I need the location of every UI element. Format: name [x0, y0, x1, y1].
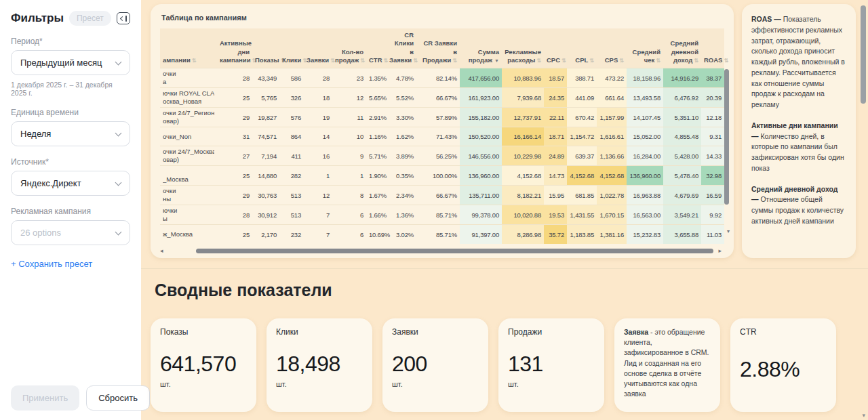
metric-label: Показы	[160, 327, 247, 337]
column-header-label: CR Клики в Заявки	[389, 31, 414, 64]
filters-sidebar: Фильтры Пресет Период* Предыдущий месяц …	[0, 0, 141, 420]
apply-button[interactable]: Применить	[11, 385, 79, 411]
page-scroll-down-icon[interactable]: ▾	[862, 412, 865, 419]
scroll-left-icon[interactable]: ◂	[160, 248, 163, 254]
table-cell: 29	[217, 186, 252, 205]
table-cell: 5,765	[252, 88, 279, 108]
metric-value: 18,498	[276, 352, 363, 377]
table-cell: 25	[217, 166, 252, 186]
column-header-label: ROAS	[704, 56, 722, 64]
table-cell: 411	[279, 146, 304, 166]
chevron-left-icon	[120, 16, 125, 20]
metric-label: Продажи	[508, 327, 595, 337]
column-header-label: Показы	[255, 56, 279, 64]
table-cell: 10,229.98	[502, 146, 544, 166]
source-select[interactable]: Яндекс.Директ	[11, 171, 130, 196]
table-cell: 1,136.66	[597, 146, 627, 166]
column-header-4[interactable]: Клики⇅	[279, 28, 304, 68]
sort-icon: ⇅	[360, 58, 365, 64]
table-cell: 12,737.91	[502, 108, 544, 127]
column-header-1[interactable]: ампании⇅	[160, 28, 217, 68]
preset-badge: Пресет	[69, 11, 111, 26]
campaign-name-cell: ючкиы	[160, 205, 217, 225]
table-cell: 31	[217, 127, 252, 146]
column-header-10[interactable]: Сумма продаж▼	[460, 28, 502, 68]
sort-desc-icon: ▼	[494, 58, 499, 63]
column-header-16[interactable]: Средний дневной доход⇅	[663, 28, 701, 68]
campaign-name-line: очки 24/7_Москва	[163, 148, 214, 156]
glossary-item: ROAS — Показатель эффективности рекламны…	[751, 14, 846, 110]
table-cell: 15,232.83	[627, 225, 663, 244]
table-cell: 15.95	[544, 186, 567, 205]
period-select[interactable]: Предыдущий месяц	[11, 50, 130, 75]
collapse-sidebar-button[interactable]	[117, 12, 130, 24]
time-unit-select[interactable]: Неделя	[11, 121, 130, 146]
horizontal-scroll-thumb[interactable]	[196, 249, 714, 253]
table-cell: 1,183.85	[567, 225, 597, 244]
page-scrollbar-thumb[interactable]	[861, 5, 866, 104]
column-header-13[interactable]: CPL⇅	[567, 28, 597, 68]
campaign-name-cell: _Москва	[160, 166, 217, 186]
metric-card-clicks: Клики 18,498 шт.	[267, 318, 372, 412]
table-cell: 38.37	[701, 68, 724, 88]
table-cell: 864	[279, 127, 304, 146]
campaign-name-line: ж_Москва	[163, 230, 214, 238]
table-cell: 5,478.40	[663, 166, 701, 186]
table-cell: 1.35%	[366, 68, 387, 88]
campaign-name-line: овар)	[163, 156, 214, 164]
column-header-7[interactable]: CTR⇅	[366, 28, 387, 68]
column-header-15[interactable]: Средний чек⇅	[627, 28, 663, 68]
column-header-3[interactable]: Показы⇅	[252, 28, 279, 68]
column-header-9[interactable]: CR Заявки в Продажи⇅	[416, 28, 460, 68]
reset-button[interactable]: Сбросить	[86, 385, 150, 411]
table-cell: 28	[217, 68, 252, 88]
campaign-value: 26 options	[20, 228, 61, 238]
table-cell: 24.35	[544, 88, 567, 108]
table-cell: 161,923.00	[460, 88, 502, 108]
vertical-scroll-thumb[interactable]	[724, 69, 729, 205]
column-header-11[interactable]: Рекламные расходы⇅	[502, 28, 544, 68]
column-header-label: CPL	[575, 56, 588, 64]
campaign-name-cell: очкиа	[160, 68, 217, 88]
table-cell: 19	[304, 108, 332, 127]
sort-icon: ⇅	[656, 58, 660, 64]
column-header-6[interactable]: Кол-во продаж⇅	[332, 28, 366, 68]
column-header-14[interactable]: CPS⇅	[597, 28, 627, 68]
column-header-8[interactable]: CR Клики в Заявки⇅	[387, 28, 416, 68]
table-cell: 135,711.00	[460, 186, 502, 205]
table-title: Таблица по кампаниям	[161, 14, 724, 22]
chevron-down-icon	[115, 179, 122, 186]
table-cell: 11	[332, 108, 366, 127]
scroll-right-icon[interactable]: ▸	[718, 248, 722, 254]
table-cell: 7,939.68	[502, 88, 544, 108]
lead-definition-text: Заявка - это обращение клиента, зафиксир…	[624, 327, 711, 400]
save-preset-link[interactable]: + Сохранить пресет	[11, 259, 92, 269]
table-cell: 4,855.48	[663, 127, 701, 146]
sort-icon: ⇅	[589, 58, 594, 64]
column-header-2[interactable]: Активные дни кампании⇅	[217, 28, 252, 68]
column-header-17[interactable]: ROAS⇅	[701, 28, 724, 68]
horizontal-scroll-track[interactable]	[166, 249, 716, 253]
table-cell: 150,520.00	[460, 127, 502, 146]
sort-icon: ⇅	[536, 58, 541, 64]
sort-icon: ⇅	[619, 58, 624, 64]
column-header-5[interactable]: Заявки⇅	[304, 28, 332, 68]
table-row: очки_Non3174,57186414101.16%1.62%71.43%1…	[160, 127, 724, 146]
scroll-down-icon[interactable]: ▾	[727, 228, 730, 234]
metric-card-leads: Заявки 200 шт.	[382, 318, 488, 412]
campaign-select[interactable]: 26 options	[11, 220, 130, 245]
table-horizontal-scrollbar[interactable]: ◂ ▸	[160, 248, 722, 254]
chevron-down-icon	[115, 58, 122, 65]
column-header-label: Заявки	[307, 56, 329, 64]
table-cell: 146,556.00	[460, 146, 502, 166]
campaign-label: Рекламная кампания	[11, 207, 130, 216]
column-header-label: Рекламные расходы	[505, 48, 541, 64]
table-cell: 19.53	[544, 205, 567, 225]
dashboard-main: Таблица по кампаниям ампании⇅Активные дн…	[141, 0, 868, 420]
table-row: _Москва2514,880282111.90%0.35%100.00%136…	[160, 166, 724, 186]
column-header-12[interactable]: CPC⇅	[544, 28, 567, 68]
table-cell: 32.98	[701, 166, 724, 186]
table-cell: 5,428.00	[663, 146, 701, 166]
table-vertical-scrollbar[interactable]	[724, 69, 729, 232]
table-cell: 12.18	[701, 108, 724, 127]
